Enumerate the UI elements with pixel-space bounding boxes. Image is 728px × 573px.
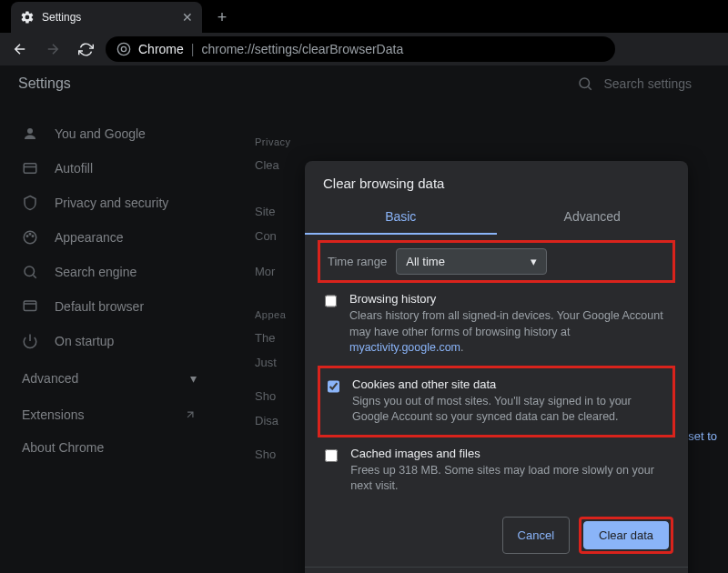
sidebar-item-search-engine[interactable]: Search engine bbox=[0, 255, 218, 289]
option-browsing-history[interactable]: Browsing history Clears history from all… bbox=[318, 283, 675, 366]
omnibox-url: chrome://settings/clearBrowserData bbox=[201, 42, 403, 56]
sidebar-item-label: On startup bbox=[55, 334, 114, 348]
content-area: Settings Search settings You and Google … bbox=[0, 65, 728, 573]
svg-point-3 bbox=[27, 128, 33, 134]
forward-button[interactable] bbox=[40, 36, 66, 62]
time-range-value: All time bbox=[406, 255, 445, 268]
sidebar: You and Google Autofill Privacy and secu… bbox=[0, 109, 218, 471]
svg-point-7 bbox=[29, 234, 31, 236]
option-cookies[interactable]: Cookies and other site data Signs you ou… bbox=[318, 366, 675, 437]
sidebar-about[interactable]: About Chrome bbox=[0, 431, 218, 464]
sidebar-item-privacy[interactable]: Privacy and security bbox=[0, 186, 218, 220]
sidebar-item-label: Privacy and security bbox=[55, 196, 168, 210]
settings-header: Settings Search settings bbox=[0, 65, 728, 102]
tab-bar: Settings ✕ + bbox=[0, 0, 728, 33]
browser-tab[interactable]: Settings ✕ bbox=[11, 2, 202, 33]
sidebar-item-label: You and Google bbox=[55, 126, 146, 141]
tab-basic[interactable]: Basic bbox=[305, 200, 497, 235]
sidebar-extensions[interactable]: Extensions bbox=[0, 398, 218, 431]
option-desc: Clears history from all signed-in device… bbox=[349, 308, 668, 357]
sidebar-item-label: Autofill bbox=[55, 161, 93, 176]
svg-rect-10 bbox=[24, 301, 36, 311]
svg-point-1 bbox=[121, 46, 126, 51]
search-placeholder: Search settings bbox=[604, 76, 693, 91]
person-icon bbox=[22, 126, 38, 142]
checkbox-cookies[interactable] bbox=[328, 379, 339, 394]
palette-icon bbox=[22, 229, 38, 246]
svg-rect-4 bbox=[24, 164, 36, 174]
chevron-down-icon: ▾ bbox=[190, 371, 197, 386]
toolbar: Chrome | chrome://settings/clearBrowserD… bbox=[0, 33, 728, 65]
search-icon bbox=[22, 264, 38, 280]
option-cached-images[interactable]: Cached images and files Frees up 318 MB.… bbox=[318, 437, 675, 504]
clear-data-button[interactable]: Clear data bbox=[583, 521, 669, 549]
dialog-actions: Cancel Clear data bbox=[305, 504, 688, 567]
time-range-label: Time range bbox=[328, 255, 387, 268]
svg-point-8 bbox=[32, 236, 34, 237]
time-range-row: Time range All time ▾ bbox=[318, 240, 675, 283]
tab-advanced[interactable]: Advanced bbox=[497, 200, 689, 235]
sidebar-advanced[interactable]: Advanced▾ bbox=[0, 358, 218, 398]
autofill-icon bbox=[22, 160, 38, 176]
dialog-title: Clear browsing data bbox=[305, 161, 688, 200]
clear-data-highlight: Clear data bbox=[579, 517, 673, 554]
search-icon bbox=[577, 75, 593, 92]
gear-icon bbox=[20, 10, 35, 25]
option-title: Cookies and other site data bbox=[352, 377, 665, 391]
sidebar-item-you-and-google[interactable]: You and Google bbox=[0, 116, 218, 151]
sidebar-item-autofill[interactable]: Autofill bbox=[0, 151, 218, 186]
svg-point-6 bbox=[26, 236, 28, 237]
clear-browsing-data-dialog: Clear browsing data Basic Advanced Time … bbox=[305, 161, 688, 573]
sidebar-item-label: Search engine bbox=[55, 265, 136, 279]
sidebar-item-appearance[interactable]: Appearance bbox=[0, 220, 218, 255]
option-title: Cached images and files bbox=[350, 447, 668, 460]
myactivity-link[interactable]: myactivity.google.com bbox=[349, 341, 460, 354]
checkbox-browsing-history[interactable] bbox=[325, 294, 337, 308]
chevron-down-icon: ▾ bbox=[531, 255, 537, 268]
option-desc: Frees up 318 MB. Some sites may load mor… bbox=[350, 463, 668, 495]
time-range-select[interactable]: All time ▾ bbox=[396, 248, 547, 275]
shield-icon bbox=[22, 195, 38, 211]
address-bar[interactable]: Chrome | chrome://settings/clearBrowserD… bbox=[106, 36, 615, 62]
svg-point-2 bbox=[580, 78, 590, 88]
sidebar-item-label: Appearance bbox=[55, 230, 124, 245]
reload-button[interactable] bbox=[73, 36, 98, 62]
sidebar-item-label: Default browser bbox=[55, 299, 144, 314]
option-desc: Signs you out of most sites. You'll stay… bbox=[352, 394, 665, 426]
back-button[interactable] bbox=[7, 36, 33, 62]
close-icon[interactable]: ✕ bbox=[182, 10, 193, 25]
search-settings[interactable]: Search settings bbox=[577, 75, 693, 92]
option-title: Browsing history bbox=[349, 292, 668, 306]
new-tab-button[interactable]: + bbox=[209, 5, 235, 30]
page-title: Settings bbox=[18, 75, 71, 92]
sidebar-item-default-browser[interactable]: Default browser bbox=[0, 289, 218, 324]
browser-icon bbox=[22, 298, 38, 315]
tab-title: Settings bbox=[42, 11, 175, 24]
sidebar-item-on-startup[interactable]: On startup bbox=[0, 324, 218, 358]
svg-point-0 bbox=[117, 43, 129, 55]
power-icon bbox=[22, 333, 38, 349]
omnibox-divider: | bbox=[191, 42, 195, 56]
svg-point-9 bbox=[25, 266, 35, 276]
external-link-icon bbox=[184, 408, 197, 421]
cancel-button[interactable]: Cancel bbox=[502, 517, 570, 554]
omnibox-label: Chrome bbox=[138, 42, 184, 56]
chrome-icon bbox=[116, 42, 131, 56]
checkbox-cached[interactable] bbox=[325, 448, 338, 463]
dialog-footer: To clear browsing data from this device … bbox=[305, 567, 688, 574]
dialog-tabs: Basic Advanced bbox=[305, 200, 688, 235]
